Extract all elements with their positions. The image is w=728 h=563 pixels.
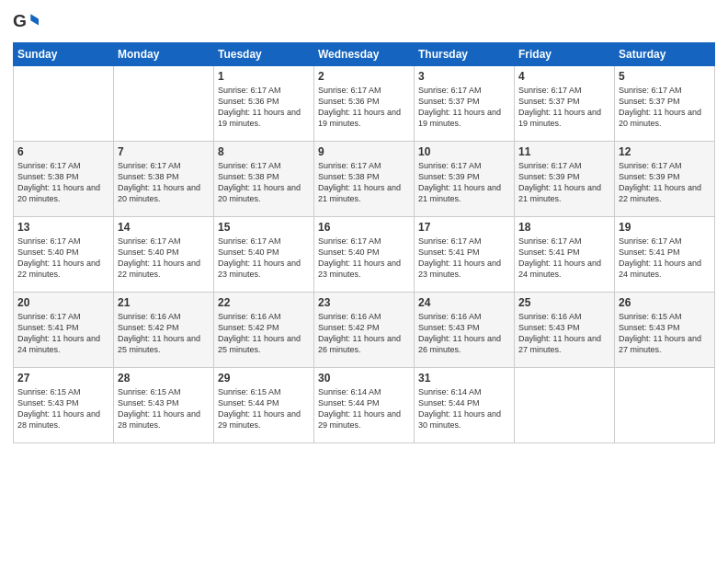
calendar-cell: 27Sunrise: 6:15 AM Sunset: 5:43 PM Dayli… [14, 368, 114, 443]
cell-info: Sunrise: 6:17 AM Sunset: 5:41 PM Dayligh… [619, 236, 711, 281]
cell-info: Sunrise: 6:17 AM Sunset: 5:38 PM Dayligh… [118, 160, 210, 205]
calendar-cell: 19Sunrise: 6:17 AM Sunset: 5:41 PM Dayli… [615, 217, 715, 293]
cell-info: Sunrise: 6:14 AM Sunset: 5:44 PM Dayligh… [318, 386, 410, 431]
calendar-cell: 28Sunrise: 6:15 AM Sunset: 5:43 PM Dayli… [114, 368, 214, 443]
day-number: 16 [318, 221, 410, 234]
calendar-cell: 30Sunrise: 6:14 AM Sunset: 5:44 PM Dayli… [314, 368, 415, 443]
day-header-thursday: Thursday [415, 43, 515, 66]
cell-info: Sunrise: 6:17 AM Sunset: 5:41 PM Dayligh… [17, 311, 109, 356]
svg-marker-1 [30, 14, 39, 25]
cell-info: Sunrise: 6:17 AM Sunset: 5:40 PM Dayligh… [118, 236, 210, 281]
day-number: 31 [418, 372, 510, 385]
calendar-cell: 1Sunrise: 6:17 AM Sunset: 5:36 PM Daylig… [214, 66, 314, 142]
calendar-cell: 18Sunrise: 6:17 AM Sunset: 5:41 PM Dayli… [515, 217, 615, 293]
cell-info: Sunrise: 6:17 AM Sunset: 5:36 PM Dayligh… [218, 85, 310, 130]
calendar-cell: 10Sunrise: 6:17 AM Sunset: 5:39 PM Dayli… [415, 142, 515, 217]
calendar-cell: 20Sunrise: 6:17 AM Sunset: 5:41 PM Dayli… [14, 293, 114, 368]
day-number: 4 [518, 70, 610, 83]
week-row-2: 13Sunrise: 6:17 AM Sunset: 5:40 PM Dayli… [14, 217, 715, 293]
cell-info: Sunrise: 6:17 AM Sunset: 5:40 PM Dayligh… [218, 236, 310, 281]
calendar-cell: 14Sunrise: 6:17 AM Sunset: 5:40 PM Dayli… [114, 217, 214, 293]
day-header-monday: Monday [114, 43, 214, 66]
day-number: 20 [17, 296, 109, 309]
calendar-cell: 17Sunrise: 6:17 AM Sunset: 5:41 PM Dayli… [415, 217, 515, 293]
day-header-tuesday: Tuesday [214, 43, 314, 66]
week-row-1: 6Sunrise: 6:17 AM Sunset: 5:38 PM Daylig… [14, 142, 715, 217]
calendar-cell: 31Sunrise: 6:14 AM Sunset: 5:44 PM Dayli… [415, 368, 515, 443]
day-number: 28 [118, 372, 210, 385]
day-number: 11 [518, 145, 610, 158]
calendar-cell: 3Sunrise: 6:17 AM Sunset: 5:37 PM Daylig… [415, 66, 515, 142]
cell-info: Sunrise: 6:17 AM Sunset: 5:41 PM Dayligh… [518, 236, 610, 281]
logo-icon: G [13, 9, 39, 35]
day-number: 10 [418, 145, 510, 158]
cell-info: Sunrise: 6:17 AM Sunset: 5:38 PM Dayligh… [318, 160, 410, 205]
day-header-sunday: Sunday [14, 43, 114, 66]
cell-info: Sunrise: 6:17 AM Sunset: 5:36 PM Dayligh… [318, 85, 410, 130]
cell-info: Sunrise: 6:16 AM Sunset: 5:42 PM Dayligh… [218, 311, 310, 356]
week-row-4: 27Sunrise: 6:15 AM Sunset: 5:43 PM Dayli… [14, 368, 715, 443]
calendar-cell: 21Sunrise: 6:16 AM Sunset: 5:42 PM Dayli… [114, 293, 214, 368]
day-number: 30 [318, 372, 410, 385]
page: G SundayMondayTuesdayWednesdayThursdayFr… [0, 0, 728, 563]
day-number: 12 [619, 145, 711, 158]
day-number: 29 [218, 372, 310, 385]
calendar-cell: 25Sunrise: 6:16 AM Sunset: 5:43 PM Dayli… [515, 293, 615, 368]
day-number: 7 [118, 145, 210, 158]
calendar-cell: 26Sunrise: 6:15 AM Sunset: 5:43 PM Dayli… [615, 293, 715, 368]
cell-info: Sunrise: 6:15 AM Sunset: 5:43 PM Dayligh… [17, 386, 109, 431]
cell-info: Sunrise: 6:17 AM Sunset: 5:39 PM Dayligh… [619, 160, 711, 205]
day-number: 13 [17, 221, 109, 234]
day-number: 26 [619, 296, 711, 309]
week-row-3: 20Sunrise: 6:17 AM Sunset: 5:41 PM Dayli… [14, 293, 715, 368]
cell-info: Sunrise: 6:17 AM Sunset: 5:37 PM Dayligh… [418, 85, 510, 130]
logo: G [13, 9, 40, 35]
cell-info: Sunrise: 6:16 AM Sunset: 5:42 PM Dayligh… [318, 311, 410, 356]
day-header-wednesday: Wednesday [314, 43, 415, 66]
calendar-cell: 24Sunrise: 6:16 AM Sunset: 5:43 PM Dayli… [415, 293, 515, 368]
calendar-cell: 7Sunrise: 6:17 AM Sunset: 5:38 PM Daylig… [114, 142, 214, 217]
calendar-cell: 6Sunrise: 6:17 AM Sunset: 5:38 PM Daylig… [14, 142, 114, 217]
day-number: 18 [518, 221, 610, 234]
cell-info: Sunrise: 6:17 AM Sunset: 5:39 PM Dayligh… [518, 160, 610, 205]
day-number: 6 [17, 145, 109, 158]
cell-info: Sunrise: 6:16 AM Sunset: 5:42 PM Dayligh… [118, 311, 210, 356]
day-number: 5 [619, 70, 711, 83]
cell-info: Sunrise: 6:17 AM Sunset: 5:38 PM Dayligh… [17, 160, 109, 205]
calendar-cell [14, 66, 114, 142]
cell-info: Sunrise: 6:16 AM Sunset: 5:43 PM Dayligh… [418, 311, 510, 356]
cell-info: Sunrise: 6:17 AM Sunset: 5:39 PM Dayligh… [418, 160, 510, 205]
calendar-cell [615, 368, 715, 443]
calendar-cell: 11Sunrise: 6:17 AM Sunset: 5:39 PM Dayli… [515, 142, 615, 217]
day-number: 3 [418, 70, 510, 83]
day-number: 24 [418, 296, 510, 309]
calendar-cell: 12Sunrise: 6:17 AM Sunset: 5:39 PM Dayli… [615, 142, 715, 217]
day-number: 22 [218, 296, 310, 309]
calendar-cell: 22Sunrise: 6:16 AM Sunset: 5:42 PM Dayli… [214, 293, 314, 368]
calendar-cell: 8Sunrise: 6:17 AM Sunset: 5:38 PM Daylig… [214, 142, 314, 217]
day-number: 25 [518, 296, 610, 309]
week-row-0: 1Sunrise: 6:17 AM Sunset: 5:36 PM Daylig… [14, 66, 715, 142]
cell-info: Sunrise: 6:14 AM Sunset: 5:44 PM Dayligh… [418, 386, 510, 431]
day-number: 9 [318, 145, 410, 158]
cell-info: Sunrise: 6:17 AM Sunset: 5:37 PM Dayligh… [518, 85, 610, 130]
day-number: 17 [418, 221, 510, 234]
cell-info: Sunrise: 6:17 AM Sunset: 5:40 PM Dayligh… [318, 236, 410, 281]
day-number: 1 [218, 70, 310, 83]
days-header-row: SundayMondayTuesdayWednesdayThursdayFrid… [14, 43, 715, 66]
day-header-friday: Friday [515, 43, 615, 66]
calendar-cell: 23Sunrise: 6:16 AM Sunset: 5:42 PM Dayli… [314, 293, 415, 368]
calendar-cell: 29Sunrise: 6:15 AM Sunset: 5:44 PM Dayli… [214, 368, 314, 443]
cell-info: Sunrise: 6:15 AM Sunset: 5:43 PM Dayligh… [619, 311, 711, 356]
cell-info: Sunrise: 6:17 AM Sunset: 5:37 PM Dayligh… [619, 85, 711, 130]
calendar-table: SundayMondayTuesdayWednesdayThursdayFrid… [13, 42, 715, 443]
cell-info: Sunrise: 6:15 AM Sunset: 5:44 PM Dayligh… [218, 386, 310, 431]
calendar-cell [515, 368, 615, 443]
day-number: 27 [17, 372, 109, 385]
cell-info: Sunrise: 6:17 AM Sunset: 5:40 PM Dayligh… [17, 236, 109, 281]
calendar-body: 1Sunrise: 6:17 AM Sunset: 5:36 PM Daylig… [14, 66, 715, 443]
cell-info: Sunrise: 6:15 AM Sunset: 5:43 PM Dayligh… [118, 386, 210, 431]
cell-info: Sunrise: 6:16 AM Sunset: 5:43 PM Dayligh… [518, 311, 610, 356]
header: G [13, 9, 715, 35]
day-number: 19 [619, 221, 711, 234]
